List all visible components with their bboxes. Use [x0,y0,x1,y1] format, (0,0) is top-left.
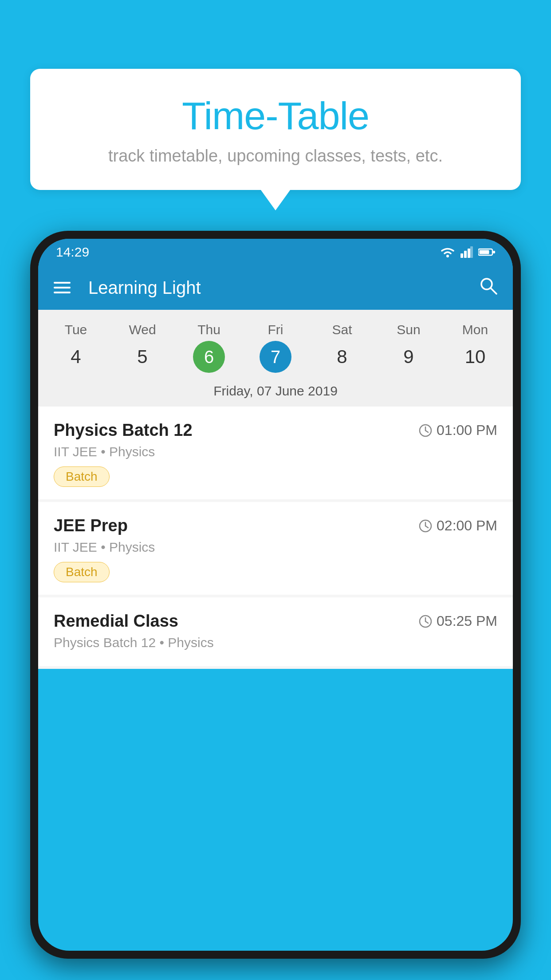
schedule-meta-2: IIT JEE • Physics [54,540,497,555]
schedule-time-1: 01:00 PM [419,422,497,439]
svg-rect-3 [468,249,470,258]
clock-icon-3 [419,615,432,628]
svg-line-12 [425,431,428,432]
wifi-icon [440,246,455,258]
schedule-item-1-header: Physics Batch 12 01:00 PM [54,421,497,440]
schedule-item-2[interactable]: JEE Prep 02:00 PM IIT JEE • Physics Batc… [38,502,513,595]
day-4[interactable]: 4 [43,341,109,380]
day-header-thu: Thu [176,319,242,341]
svg-rect-6 [480,250,489,254]
day-5[interactable]: 5 [109,341,176,380]
hamburger-menu-button[interactable] [54,282,71,293]
batch-badge-1: Batch [54,466,110,487]
day-9[interactable]: 9 [375,341,442,380]
schedule-meta-1: IIT JEE • Physics [54,444,497,459]
status-icons [440,246,495,258]
schedule-name-3: Remedial Class [54,612,178,631]
signal-icon [460,246,473,258]
day-header-fri: Fri [242,319,309,341]
schedule-name-2: JEE Prep [54,516,128,535]
search-button[interactable] [479,276,497,299]
schedule-time-3: 05:25 PM [419,613,497,629]
svg-point-0 [446,255,449,257]
status-bar: 14:29 [38,239,513,265]
svg-rect-1 [460,253,463,258]
day-headers: Tue Wed Thu Fri Sat Sun Mon [38,319,513,341]
day-numbers: 4 5 6 7 8 [38,341,513,380]
calendar-strip: Tue Wed Thu Fri Sat Sun Mon 4 5 [38,310,513,407]
batch-badge-2: Batch [54,562,110,582]
svg-line-15 [425,526,428,528]
svg-rect-7 [493,251,495,253]
bubble-title: Time-Table [48,93,503,138]
svg-rect-4 [470,246,473,258]
schedule-list: Physics Batch 12 01:00 PM IIT JEE • Phys… [38,407,513,669]
bubble-subtitle: track timetable, upcoming classes, tests… [48,146,503,166]
day-10[interactable]: 10 [442,341,508,380]
day-header-wed: Wed [109,319,176,341]
app-title: Learning Light [88,278,465,298]
schedule-item-3-header: Remedial Class 05:25 PM [54,612,497,631]
battery-icon [478,248,495,257]
day-header-sat: Sat [309,319,375,341]
phone-screen: 14:29 [38,239,513,951]
day-header-mon: Mon [442,319,508,341]
schedule-item-1[interactable]: Physics Batch 12 01:00 PM IIT JEE • Phys… [38,407,513,499]
schedule-meta-3: Physics Batch 12 • Physics [54,635,497,650]
clock-icon-1 [419,424,432,437]
day-6[interactable]: 6 [176,341,242,380]
clock-icon-2 [419,519,432,533]
svg-rect-2 [464,251,467,258]
status-time: 14:29 [56,245,89,260]
day-8[interactable]: 8 [309,341,375,380]
schedule-time-2: 02:00 PM [419,518,497,534]
schedule-item-3[interactable]: Remedial Class 05:25 PM Physics Batch 12… [38,597,513,666]
svg-line-9 [491,288,496,294]
speech-bubble: Time-Table track timetable, upcoming cla… [30,69,521,190]
app-bar: Learning Light [38,265,513,310]
schedule-item-2-header: JEE Prep 02:00 PM [54,516,497,535]
day-7[interactable]: 7 [242,341,309,380]
phone-outer: 14:29 [30,231,521,959]
day-header-sun: Sun [375,319,442,341]
svg-line-18 [425,621,428,623]
schedule-name-1: Physics Batch 12 [54,421,193,440]
speech-bubble-container: Time-Table track timetable, upcoming cla… [30,69,521,190]
selected-date: Friday, 07 June 2019 [38,380,513,407]
phone-mockup: 14:29 [30,231,521,980]
day-header-tue: Tue [43,319,109,341]
